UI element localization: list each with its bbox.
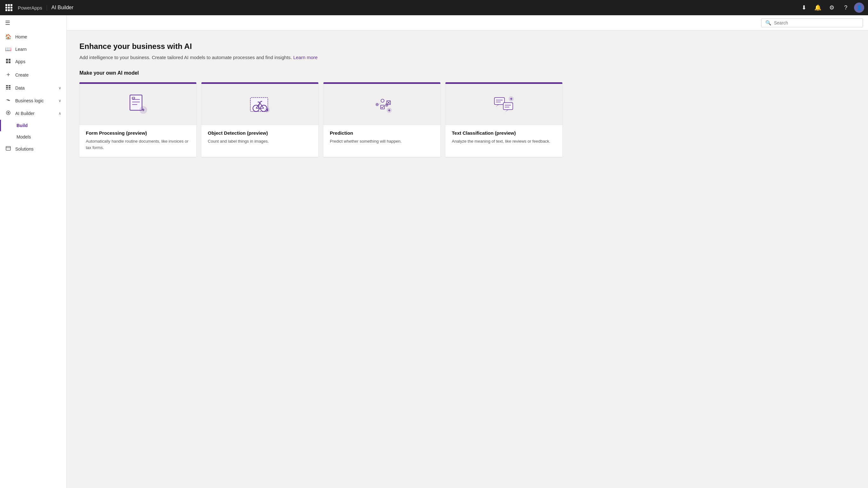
waffle-icon xyxy=(5,4,12,11)
data-icon xyxy=(5,85,11,91)
hamburger-icon: ☰ xyxy=(5,20,10,26)
topbar-icons: ⬇ 🔔 ⚙ ? 👤 xyxy=(798,2,864,13)
main-inner: Enhance your business with AI Add intell… xyxy=(67,30,575,169)
svg-rect-46 xyxy=(494,97,504,104)
sidebar-item-build[interactable]: Build xyxy=(0,120,66,131)
page-heading: Enhance your business with AI xyxy=(80,42,562,51)
settings-button[interactable]: ⚙ xyxy=(826,2,837,13)
svg-marker-47 xyxy=(496,104,499,107)
sidebar-item-create[interactable]: + Create xyxy=(0,68,66,82)
svg-rect-13 xyxy=(6,147,10,150)
data-chevron-icon: ∨ xyxy=(58,86,61,90)
create-icon: + xyxy=(5,71,11,79)
card-body-prediction: Prediction Predict whether something wil… xyxy=(323,125,440,151)
download-icon: ⬇ xyxy=(802,4,806,11)
sidebar-item-models[interactable]: Models xyxy=(0,131,66,143)
sidebar-label-business-logic: Business logic xyxy=(15,98,44,103)
svg-point-10 xyxy=(8,99,9,101)
svg-rect-9 xyxy=(8,89,10,90)
sidebar-item-business-logic[interactable]: Business logic ∨ xyxy=(0,94,66,107)
sidebar-collapse-button[interactable]: ☰ xyxy=(1,15,14,30)
sidebar-label-data: Data xyxy=(15,86,25,91)
notification-icon: 🔔 xyxy=(814,4,821,11)
layout: ☰ 🏠 Home 📖 Learn Apps + Create xyxy=(0,15,868,488)
help-button[interactable]: ? xyxy=(840,2,851,13)
apps-icon xyxy=(5,58,11,65)
card-desc-form: Automatically handle routine documents, … xyxy=(86,138,190,151)
solutions-icon xyxy=(5,146,11,152)
card-illustration-form: + xyxy=(80,84,196,125)
card-title-object: Object Detection (preview) xyxy=(208,130,312,136)
card-desc-prediction: Predict whether something will happen. xyxy=(330,138,434,145)
card-body-object: Object Detection (preview) Count and lab… xyxy=(202,125,318,151)
ai-builder-chevron-icon: ∧ xyxy=(58,111,61,116)
svg-point-35 xyxy=(376,103,379,106)
sidebar: ☰ 🏠 Home 📖 Learn Apps + Create xyxy=(0,15,67,488)
card-illustration-text: + xyxy=(445,84,562,125)
card-illustration-object: + xyxy=(202,84,318,125)
card-prediction[interactable]: + Prediction Predict whether something w… xyxy=(323,82,440,157)
search-bar: 🔍 xyxy=(67,15,868,30)
avatar[interactable]: 👤 xyxy=(854,3,864,13)
card-title-form: Form Processing (preview) xyxy=(86,130,190,136)
card-body-text: Text Classification (preview) Analyze th… xyxy=(445,125,562,151)
svg-rect-0 xyxy=(6,59,8,61)
svg-rect-7 xyxy=(8,87,10,88)
svg-rect-1 xyxy=(8,59,10,61)
card-text-classification[interactable]: + Text Classification (preview) Analyze … xyxy=(445,82,562,157)
sidebar-item-home[interactable]: 🏠 Home xyxy=(0,30,66,43)
svg-text:+: + xyxy=(510,96,513,101)
page-subtitle: Add intelligence to your business. Creat… xyxy=(80,55,562,60)
sidebar-label-models: Models xyxy=(17,134,31,140)
download-button[interactable]: ⬇ xyxy=(798,2,810,13)
search-input[interactable] xyxy=(774,20,837,25)
card-desc-object: Count and label things in images. xyxy=(208,138,312,145)
search-icon: 🔍 xyxy=(765,20,771,26)
svg-text:+: + xyxy=(388,108,391,113)
ai-builder-icon xyxy=(5,110,11,117)
sidebar-label-learn: Learn xyxy=(15,47,27,52)
card-body-form: Form Processing (preview) Automatically … xyxy=(80,125,196,157)
help-icon: ? xyxy=(844,4,847,11)
waffle-button[interactable] xyxy=(4,3,14,13)
business-logic-icon xyxy=(5,97,11,104)
card-form-processing[interactable]: + Form Processing (preview) Automaticall… xyxy=(80,82,196,157)
svg-rect-2 xyxy=(6,61,8,63)
svg-text:+: + xyxy=(142,107,145,113)
sidebar-label-create: Create xyxy=(15,72,29,78)
home-icon: 🏠 xyxy=(5,34,11,40)
settings-icon: ⚙ xyxy=(829,4,834,11)
section-title: Make your own AI model xyxy=(80,70,562,76)
sidebar-label-build: Build xyxy=(17,123,28,128)
main-content: Enhance your business with AI Add intell… xyxy=(67,30,868,488)
cards-grid: + Form Processing (preview) Automaticall… xyxy=(80,82,562,157)
svg-rect-6 xyxy=(6,87,8,88)
svg-marker-51 xyxy=(505,110,509,112)
card-title-prediction: Prediction xyxy=(330,130,434,136)
sidebar-label-ai-builder: AI Builder xyxy=(15,111,35,116)
svg-rect-50 xyxy=(503,102,513,110)
card-desc-text: Analyze the meaning of text, like review… xyxy=(452,138,556,145)
learn-more-link[interactable]: Learn more xyxy=(293,55,318,60)
sidebar-label-home: Home xyxy=(15,34,27,39)
notification-button[interactable]: 🔔 xyxy=(812,2,824,13)
page-title: AI Builder xyxy=(52,5,794,10)
svg-text:+: + xyxy=(266,108,269,113)
sidebar-label-solutions: Solutions xyxy=(15,147,34,152)
svg-rect-38 xyxy=(381,105,384,109)
svg-rect-3 xyxy=(8,61,10,63)
sidebar-item-data[interactable]: Data ∨ xyxy=(0,82,66,94)
search-bar-inner[interactable]: 🔍 xyxy=(761,19,863,27)
card-title-text: Text Classification (preview) xyxy=(452,130,556,136)
card-object-detection[interactable]: + Object Detection (preview) Count and l… xyxy=(202,82,318,157)
app-name: PowerApps xyxy=(18,5,47,10)
svg-line-42 xyxy=(379,103,381,104)
svg-point-12 xyxy=(8,112,9,114)
sidebar-item-learn[interactable]: 📖 Learn xyxy=(0,43,66,55)
svg-rect-8 xyxy=(6,89,8,90)
sidebar-item-solutions[interactable]: Solutions xyxy=(0,143,66,155)
svg-rect-5 xyxy=(8,85,10,86)
svg-rect-4 xyxy=(6,85,8,86)
sidebar-item-ai-builder[interactable]: AI Builder ∧ xyxy=(0,107,66,120)
sidebar-item-apps[interactable]: Apps xyxy=(0,55,66,68)
